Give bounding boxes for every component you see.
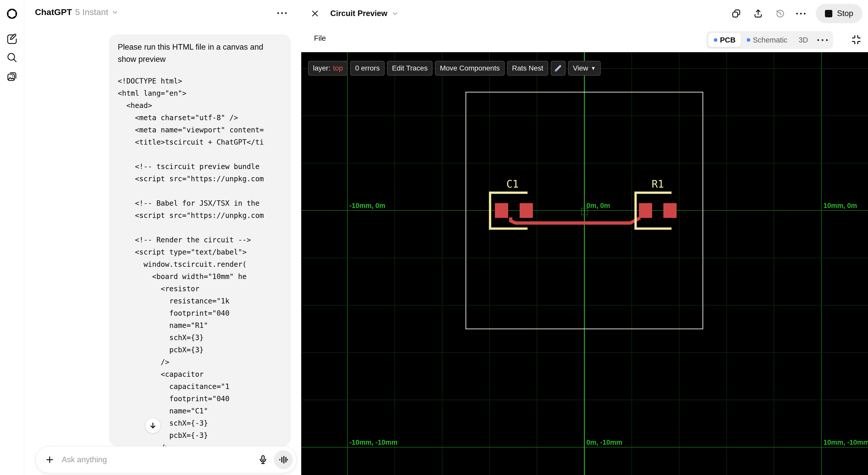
more-options-icon[interactable] <box>796 13 806 14</box>
collapse-icon[interactable] <box>849 33 863 47</box>
chat-input[interactable] <box>62 455 257 464</box>
pad-c1-2[interactable] <box>520 203 533 218</box>
user-message-bubble: Please run this HTML file in a canvas an… <box>109 34 291 446</box>
share-icon[interactable] <box>752 8 764 19</box>
microphone-icon[interactable] <box>257 453 269 466</box>
history-icon[interactable] <box>774 8 786 19</box>
stop-button[interactable]: Stop <box>816 4 862 23</box>
view-tabs: PCB Schematic 3D <box>706 31 833 49</box>
component-ref-r1[interactable]: R1 <box>652 178 664 190</box>
pad-r1-2[interactable] <box>663 203 677 218</box>
pad-r1-1[interactable] <box>639 203 652 218</box>
file-menu[interactable]: File <box>311 33 329 44</box>
tab-3d[interactable]: 3D <box>793 33 814 47</box>
pcb-trace[interactable] <box>511 217 640 223</box>
layer-value: top <box>333 64 343 72</box>
canvas-title[interactable]: Circuit Preview <box>330 9 388 18</box>
chat-model-selector[interactable]: ChatGPT 5 Instant <box>35 7 119 17</box>
caret-down-icon: ▼ <box>591 65 596 71</box>
chat-app-title: ChatGPT <box>35 7 72 17</box>
tabs-more-icon[interactable] <box>814 33 831 47</box>
waveform-icon <box>278 455 288 465</box>
layer-button[interactable]: layer: top <box>308 61 348 76</box>
grid-label: -10mm, -10mm <box>349 439 398 446</box>
new-chat-icon[interactable] <box>5 32 19 46</box>
grid-label: -10mm, 0m <box>349 202 385 209</box>
grid-label: 0m, -10mm <box>586 439 622 446</box>
pencil-tool-button[interactable] <box>551 61 565 76</box>
chat-composer <box>35 446 297 473</box>
grid-label: 10mm, 0m <box>824 202 857 209</box>
pcb-status-dot <box>714 38 717 42</box>
scroll-to-bottom-button[interactable] <box>145 418 160 433</box>
stop-square-icon <box>825 10 832 17</box>
pcb-drawing: C1 R1 -10mm, 0m 0m, 0m 10mm, 0m -10mm, -… <box>301 52 868 475</box>
canvas-panel: Circuit Preview Stop File <box>301 0 868 475</box>
pad-c1-1[interactable] <box>495 203 508 218</box>
pencil-icon <box>554 64 562 73</box>
close-icon[interactable] <box>308 7 321 20</box>
edit-traces-button[interactable]: Edit Traces <box>387 61 432 76</box>
pcb-viewport[interactable]: C1 R1 -10mm, 0m 0m, 0m 10mm, 0m -10mm, -… <box>301 52 868 475</box>
tab-pcb[interactable]: PCB <box>708 33 741 47</box>
user-message-code: <!DOCTYPE html> <html lang="en"> <head> … <box>118 75 282 442</box>
search-icon[interactable] <box>5 50 19 65</box>
app-window: ChatGPT 5 Instant Please run this HTML f… <box>0 0 868 475</box>
grid-label: 10mm, -10mm <box>824 439 868 446</box>
library-icon[interactable] <box>5 69 19 83</box>
grid-label: 0m, 0m <box>586 202 610 209</box>
copy-icon[interactable] <box>731 8 742 19</box>
canvas-header: Circuit Preview Stop <box>301 0 868 27</box>
chat-model-name: 5 Instant <box>75 7 108 17</box>
chevron-down-icon[interactable] <box>392 10 399 17</box>
chat-options-icon[interactable] <box>277 12 287 14</box>
tab-schematic[interactable]: Schematic <box>741 33 793 47</box>
move-components-button[interactable]: Move Components <box>435 61 504 76</box>
chevron-down-icon <box>112 9 119 16</box>
component-ref-c1[interactable]: C1 <box>506 178 519 190</box>
view-dropdown-button[interactable]: View ▼ <box>568 61 601 76</box>
chatgpt-logo-icon <box>5 7 19 21</box>
pcb-toolbar: layer: top 0 errors Edit Traces Move Com… <box>308 61 601 76</box>
rats-nest-button[interactable]: Rats Nest <box>507 61 548 76</box>
errors-button[interactable]: 0 errors <box>350 61 384 76</box>
schematic-status-dot <box>747 38 750 42</box>
user-message-text: Please run this HTML file in a canvas an… <box>118 41 276 65</box>
attach-plus-icon[interactable] <box>43 453 56 466</box>
sidebar <box>0 0 24 475</box>
canvas-menubar: File PCB Schematic 3D <box>301 27 868 52</box>
voice-mode-button[interactable] <box>274 450 293 469</box>
